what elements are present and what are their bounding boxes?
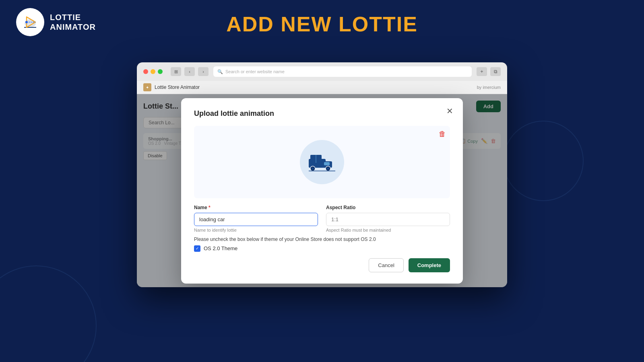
traffic-light-red[interactable] <box>143 69 148 74</box>
new-tab-btn[interactable]: + <box>477 67 487 76</box>
browser-address-bar[interactable]: 🔍 Search or enter website name <box>213 66 472 77</box>
required-mark: * <box>208 205 211 210</box>
logo-svg <box>20 12 40 32</box>
browser-controls: ⊞ ‹ › <box>171 67 208 76</box>
modal-close-button[interactable]: ✕ <box>446 107 453 115</box>
name-hint: Name to identify lottie <box>194 228 318 232</box>
modal-footer: Cancel Complete <box>194 258 450 272</box>
header: LOTTIE ANIMATOR <box>0 0 644 44</box>
browser-mockup: ⊞ ‹ › 🔍 Search or enter website name + ⧉… <box>137 62 507 287</box>
name-input[interactable] <box>194 213 318 226</box>
os-checkbox[interactable]: ✓ <box>194 245 200 252</box>
logo-area: LOTTIE ANIMATOR <box>16 8 96 36</box>
aspect-ratio-input[interactable] <box>326 213 450 226</box>
decorative-circle-1 <box>0 265 97 362</box>
svg-rect-8 <box>324 162 330 165</box>
aspect-ratio-label: Aspect Ratio <box>326 205 450 210</box>
extension-icon: ✦ <box>143 83 151 91</box>
browser-content: Lottie St... Add Shopping... OS 2.0 Vint… <box>137 94 507 287</box>
sidebar-toggle-btn[interactable]: ⊞ <box>171 67 181 76</box>
cancel-button[interactable]: Cancel <box>369 258 403 272</box>
traffic-light-green[interactable] <box>158 69 163 74</box>
extension-name: Lottie Store Animator <box>155 84 200 90</box>
traffic-lights <box>143 69 163 74</box>
os-checkbox-label: OS 2.0 Theme <box>204 245 237 251</box>
os-notice: Please uncheck the box below if theme of… <box>194 237 450 242</box>
browser-actions: + ⧉ <box>477 67 501 76</box>
name-label: Name * <box>194 205 318 210</box>
truck-animation-circle <box>300 140 344 184</box>
back-btn[interactable]: ‹ <box>184 67 195 76</box>
modal-title: Upload lottie animation <box>194 109 450 118</box>
decorative-circle-2 <box>503 121 584 201</box>
extension-author: by imercium <box>477 85 501 90</box>
svg-point-12 <box>327 167 329 170</box>
svg-point-10 <box>312 167 314 170</box>
modal-dialog: Upload lottie animation ✕ 🗑 <box>181 98 463 284</box>
truck-icon <box>308 151 336 173</box>
browser-toolbar: ✦ Lottie Store Animator by imercium <box>137 81 507 94</box>
logo-circle <box>16 8 44 36</box>
forward-btn[interactable]: › <box>198 67 208 76</box>
animation-preview: 🗑 <box>194 126 450 198</box>
complete-button[interactable]: Complete <box>409 258 450 272</box>
logo-text: LOTTIE ANIMATOR <box>50 12 96 32</box>
aspect-ratio-hint: Aspect Ratio must be maintained <box>326 228 450 232</box>
form-row: Name * Name to identify lottie Aspect Ra… <box>194 205 450 232</box>
os-checkbox-row: ✓ OS 2.0 Theme <box>194 245 450 252</box>
browser-chrome: ⊞ ‹ › 🔍 Search or enter website name + ⧉ <box>137 62 507 81</box>
aspect-ratio-group: Aspect Ratio Aspect Ratio must be mainta… <box>326 205 450 232</box>
delete-preview-button[interactable]: 🗑 <box>439 130 446 138</box>
traffic-light-yellow[interactable] <box>151 69 155 74</box>
name-group: Name * Name to identify lottie <box>194 205 318 232</box>
modal-overlay: Upload lottie animation ✕ 🗑 <box>137 94 507 287</box>
search-icon: 🔍 <box>217 69 223 74</box>
tabs-btn[interactable]: ⧉ <box>490 67 501 76</box>
address-text: Search or enter website name <box>225 69 285 74</box>
